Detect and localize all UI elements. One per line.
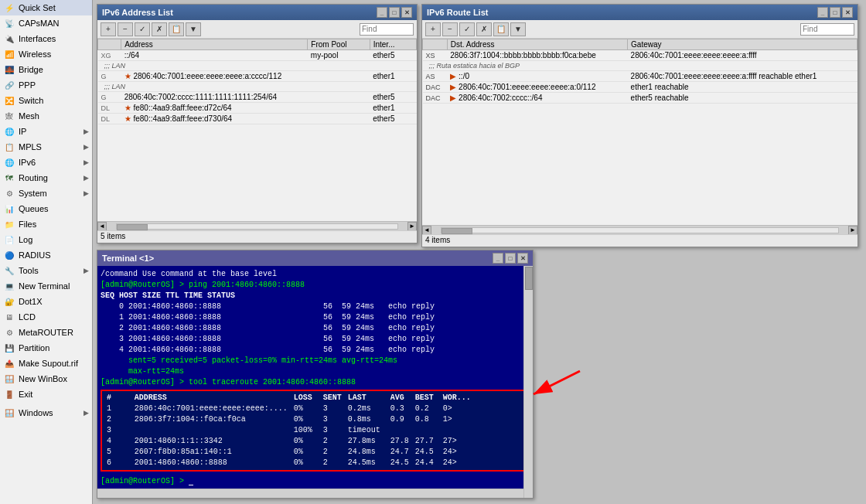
ipv6-route-maximize[interactable]: □ xyxy=(830,7,840,18)
scroll-track xyxy=(441,227,839,233)
scroll-left[interactable]: ◄ xyxy=(422,226,431,235)
scroll-right[interactable]: ► xyxy=(407,222,417,231)
group-row: ;;; Ruta estatica hacia el BGP xyxy=(423,61,857,71)
terminal-vscrollbar[interactable] xyxy=(523,266,533,498)
metarouter-icon: ⚙ xyxy=(3,326,15,339)
row-num: 3 xyxy=(104,425,131,436)
ipv6-route-minimize[interactable]: _ xyxy=(817,7,828,18)
sidebar-item-routing[interactable]: 🗺 Routing ▶ xyxy=(0,170,92,186)
terminal-window: Terminal <1> _ □ ✕ /command Use command … xyxy=(97,250,534,499)
col-interface[interactable]: Inter... xyxy=(370,39,416,50)
terminal-close[interactable]: ✕ xyxy=(517,253,528,264)
sidebar-item-new-terminal[interactable]: 💻 New Terminal xyxy=(0,278,92,294)
sidebar-item-bridge[interactable]: 🌉 Bridge xyxy=(0,62,92,77)
table-row[interactable]: XS 2806:3f7:1004::bbbb:bbbb:bbbb:f0ca:be… xyxy=(423,50,857,61)
find-input[interactable] xyxy=(360,23,414,36)
terminal-body[interactable]: /command Use command at the base level [… xyxy=(97,266,533,498)
row-worst: 27> xyxy=(440,436,527,447)
sidebar-item-files[interactable]: 📁 Files xyxy=(0,216,92,232)
row-num: 6 xyxy=(104,458,131,468)
sidebar-item-lcd[interactable]: 🖥 LCD xyxy=(0,309,92,325)
copy-button[interactable]: ✗ xyxy=(152,22,167,36)
terminal-hscrollbar[interactable] xyxy=(97,489,523,498)
filter-button[interactable]: ▼ xyxy=(510,22,526,36)
remove-button[interactable]: − xyxy=(118,22,133,36)
sidebar-item-dot1x[interactable]: 🔐 Dot1X xyxy=(0,294,92,309)
copy-button[interactable]: ✗ xyxy=(476,22,492,36)
row-address: ★ fe80::4aa9:8aff:feee:d72c/64 xyxy=(121,103,308,114)
find-input[interactable] xyxy=(800,23,854,36)
row-sent: 2 xyxy=(320,436,345,447)
sidebar-item-log[interactable]: 📄 Log xyxy=(0,232,92,247)
table-row[interactable]: DAC ▶ 2806:40c:7001:eeee:eeee:eeee:a:0/1… xyxy=(423,82,857,93)
ipv6-addr-maximize[interactable]: □ xyxy=(389,7,400,18)
ipv6-addr-minimize[interactable]: _ xyxy=(377,7,387,18)
sidebar-item-new-winbox[interactable]: 🪟 New WinBox xyxy=(0,371,92,387)
col-address[interactable]: Address xyxy=(121,39,308,50)
sidebar-item-mesh[interactable]: 🕸 Mesh xyxy=(0,108,92,124)
col-best: BEST xyxy=(412,393,440,404)
table-row[interactable]: DAC ▶ 2806:40c:7002:cccc::/64 ether5 rea… xyxy=(423,93,857,104)
terminal-line: 3 2001:4860:4860::8888 56 59 24ms echo r… xyxy=(101,334,530,345)
terminal-minimize[interactable]: _ xyxy=(493,253,503,264)
sidebar-item-radius[interactable]: 🔵 RADIUS xyxy=(0,247,92,263)
ipv6-addr-status: 5 items xyxy=(97,230,417,243)
paste-button[interactable]: 📋 xyxy=(169,22,184,36)
horizontal-scrollbar[interactable]: ◄ ► xyxy=(422,225,857,234)
sidebar-item-metarouter[interactable]: ⚙ MetaROUTER xyxy=(0,325,92,340)
sidebar-item-ip[interactable]: 🌐 IP ▶ xyxy=(0,124,92,139)
add-button[interactable]: + xyxy=(101,22,116,36)
col-gateway[interactable]: Gateway xyxy=(628,39,857,50)
scroll-thumb[interactable] xyxy=(117,224,148,230)
sidebar-label-radius: RADIUS xyxy=(19,250,51,260)
table-row[interactable]: XG ::/64 my-pool ether5 xyxy=(98,50,417,61)
sidebar-item-make-supout[interactable]: 📤 Make Supout.rif xyxy=(0,356,92,371)
sidebar-item-system[interactable]: ⚙ System ▶ xyxy=(0,186,92,201)
table-row[interactable]: G ★ 2806:40c:7001:eeee:eeee:eeee:a:cccc/… xyxy=(98,71,417,82)
remove-button[interactable]: − xyxy=(442,22,458,36)
scroll-right[interactable]: ► xyxy=(848,226,857,235)
col-dst-address[interactable]: Dst. Address xyxy=(447,39,627,50)
col-flags[interactable] xyxy=(423,39,448,50)
sidebar-item-interfaces[interactable]: 🔌 Interfaces xyxy=(0,31,92,46)
sidebar-item-wireless[interactable]: 📶 Wireless xyxy=(0,46,92,62)
sidebar-item-quick-set[interactable]: ⚡ Quick Set xyxy=(0,0,92,15)
table-row[interactable]: AS ▶ ::/0 2806:40c:7001:eeee:eeee:eeee:a… xyxy=(423,71,857,82)
sidebar-item-mpls[interactable]: 📋 MPLS ▶ xyxy=(0,139,92,155)
row-avg: 24.7 xyxy=(387,447,412,458)
row-flag: DL xyxy=(98,103,121,114)
paste-button[interactable]: 📋 xyxy=(493,22,509,36)
lcd-icon: 🖥 xyxy=(3,311,15,323)
ipv6-route-controls: _ □ ✕ xyxy=(817,7,853,18)
ipv6-route-window: IPv6 Route List _ □ ✕ + − ✓ ✗ 📋 ▼ Dst. A… xyxy=(421,4,858,247)
sidebar-item-capsman[interactable]: 📡 CAPsMAN xyxy=(0,15,92,31)
col-flags[interactable] xyxy=(98,39,121,50)
make-supout-icon: 📤 xyxy=(3,357,15,369)
sidebar-item-switch[interactable]: 🔀 Switch xyxy=(0,93,92,108)
horizontal-scrollbar[interactable]: ◄ ► xyxy=(97,221,417,230)
sidebar-item-partition[interactable]: 💾 Partition xyxy=(0,340,92,356)
ipv6-addr-close[interactable]: ✕ xyxy=(401,7,412,18)
sidebar-item-windows[interactable]: 🪟 Windows ▶ xyxy=(0,405,92,421)
sidebar-item-exit[interactable]: 🚪 Exit xyxy=(0,387,92,402)
sidebar-item-queues[interactable]: 📊 Queues xyxy=(0,201,92,216)
ipv6-route-close[interactable]: ✕ xyxy=(842,7,853,18)
scroll-thumb[interactable] xyxy=(442,228,472,234)
sidebar-item-tools[interactable]: 🔧 Tools ▶ xyxy=(0,263,92,278)
add-button[interactable]: + xyxy=(425,22,441,36)
filter-button[interactable]: ▼ xyxy=(186,22,201,36)
table-row[interactable]: G 2806:40c:7002:cccc:1111:1111:1111:254/… xyxy=(98,92,417,103)
row-num: 2 xyxy=(104,414,131,425)
table-row[interactable]: DL ★ fe80::4aa9:8aff:feee:d730/64 ether5 xyxy=(98,114,417,124)
sidebar-item-ppp[interactable]: 🔗 PPP xyxy=(0,77,92,93)
ipv6-addr-toolbar: + − ✓ ✗ 📋 ▼ xyxy=(97,20,417,39)
scroll-left[interactable]: ◄ xyxy=(97,222,107,231)
table-row[interactable]: DL ★ fe80::4aa9:8aff:feee:d72c/64 ether1 xyxy=(98,103,417,114)
edit-button[interactable]: ✓ xyxy=(459,22,475,36)
sidebar-item-ipv6[interactable]: 🌐 IPv6 ▶ xyxy=(0,155,92,170)
edit-button[interactable]: ✓ xyxy=(135,22,150,36)
scroll-track xyxy=(116,223,398,230)
vscroll-thumb[interactable] xyxy=(525,267,533,290)
terminal-maximize[interactable]: □ xyxy=(505,253,516,264)
col-from-pool[interactable]: From Pool xyxy=(308,39,370,50)
